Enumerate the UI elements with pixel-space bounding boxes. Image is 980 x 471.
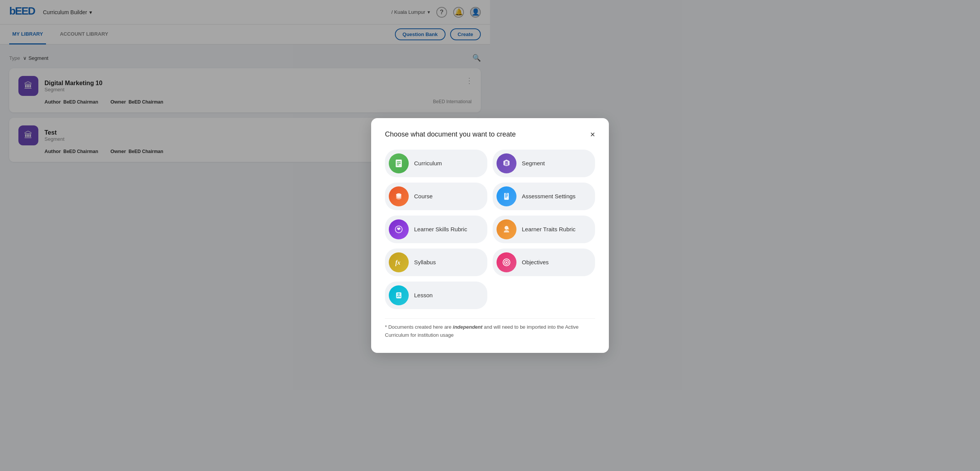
- doc-item-curriculum[interactable]: Curriculum: [385, 150, 487, 177]
- document-type-grid: Curriculum Segment: [385, 150, 490, 236]
- svg-rect-3: [397, 163, 401, 164]
- learner-skills-icon: [389, 219, 409, 236]
- create-document-modal: Choose what document you want to create …: [371, 118, 490, 236]
- doc-item-course[interactable]: Course: [385, 183, 487, 210]
- svg-point-9: [396, 196, 401, 199]
- modal-title: Choose what document you want to create: [385, 130, 490, 138]
- svg-rect-2: [397, 161, 401, 162]
- svg-point-16: [398, 229, 400, 230]
- curriculum-label: Curriculum: [414, 160, 442, 166]
- doc-item-learner-skills[interactable]: Learner Skills Rubric: [385, 216, 487, 236]
- modal-header: Choose what document you want to create …: [385, 130, 490, 139]
- course-icon: [389, 186, 409, 206]
- learner-skills-label: Learner Skills Rubric: [414, 226, 467, 232]
- svg-rect-4: [397, 165, 399, 165]
- course-label: Course: [414, 193, 432, 199]
- curriculum-icon: [389, 153, 409, 173]
- modal-overlay[interactable]: Choose what document you want to create …: [0, 0, 490, 236]
